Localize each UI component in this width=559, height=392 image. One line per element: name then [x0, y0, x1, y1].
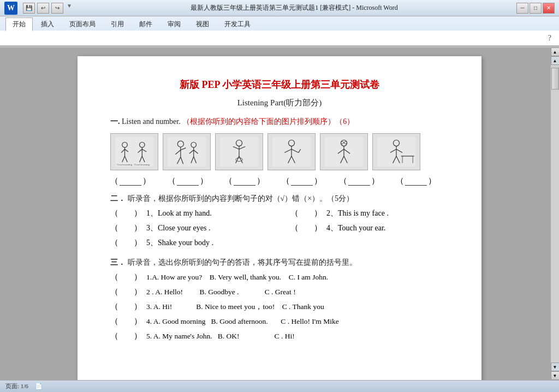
image-5 [320, 133, 368, 170]
page-status: 页面: 1/6 [5, 382, 28, 390]
tab-references[interactable]: 引用 [104, 17, 131, 31]
blank-2: （ ） [168, 176, 221, 186]
scroll-up-btn[interactable]: ▲ [551, 47, 560, 56]
exercise-row-2: （ ） 2、This is my face . [290, 208, 449, 218]
section1-chinese: （根据你听到的内容给下面的图片排列顺序）（6） [182, 117, 354, 126]
blanks-row: （ ） （ ） （ ） （ ） （ ） [110, 176, 449, 186]
image-4 [267, 133, 316, 170]
ribbon: 开始 插入 页面布局 引用 邮件 审阅 视图 开发工具 ? [0, 16, 559, 46]
word-icon: W [4, 2, 17, 15]
scroll-page-up-btn[interactable]: ▲ [551, 56, 560, 65]
image-1: Good morning Good morning [110, 133, 158, 170]
page-title: 新版 PEP 小学英语三年级上册第三单元测试卷 [110, 78, 449, 91]
section1-title: 一. Listen and number. （根据你听到的内容给下面的图片排列顺… [110, 116, 449, 128]
maximize-btn[interactable]: □ [530, 3, 542, 14]
section2-title: 二． 听录音，根据你所听到的内容判断句子的对（√）错（×）。（5分） [110, 194, 449, 204]
tab-mail[interactable]: 邮件 [132, 17, 159, 31]
status-bar: 页面: 1/6 📄 [0, 380, 559, 392]
exercise-row-5: （ ） 5、Shake your body . [110, 237, 269, 248]
title-bar-left: W 💾 ↩ ↪ ▼ [4, 2, 72, 15]
tab-layout[interactable]: 页面布局 [62, 17, 103, 31]
image-6 [372, 133, 420, 170]
title-bar: W 💾 ↩ ↪ ▼ 最新人教版三年级上册英语第三单元测试题1 [兼容模式] - … [0, 0, 559, 16]
svg-text:Good morning: Good morning [117, 163, 133, 166]
choice-row-1: （ ） 1.A. How are you? B. Very well, than… [110, 272, 449, 282]
choice-row-3: （ ） 3. A. Hi! B. Nice to meet you，too! C… [110, 301, 449, 312]
section1-label: 一. [110, 117, 120, 126]
window-controls: ─ □ ✕ [516, 3, 555, 14]
quick-undo-btn[interactable]: ↩ [37, 3, 49, 14]
quick-save-btn[interactable]: 💾 [23, 3, 35, 14]
ribbon-help: ? [546, 33, 554, 44]
scroll-page-down-btn[interactable]: ▼ [551, 363, 560, 371]
minimize-btn[interactable]: ─ [516, 3, 528, 14]
section3: 三． 听录音，选出你所听到的句子的答语，将其序号写在提前的括号里。 （ ） 1.… [110, 258, 449, 341]
exercise-row-4: （ ） 4、Touch your ear. [290, 223, 449, 233]
svg-rect-0 [115, 137, 153, 167]
choice-row-4: （ ） 4. A. Good morning B. Good afternoon… [110, 316, 449, 326]
images-row: Good morning Good morning [110, 133, 449, 170]
title-bar-title: 最新人教版三年级上册英语第三单元测试题1 [兼容模式] - Microsoft … [72, 3, 516, 13]
section2-right: （ ） 2、This is my face . （ ） 4、Touch your… [290, 208, 449, 252]
blank-6: （ ） [396, 176, 449, 186]
document-page: 新版 PEP 小学英语三年级上册第三单元测试卷 Listening Part(听… [78, 56, 481, 380]
choice-row-5: （ ） 5. A. My name's John. B. OK! C . Hi! [110, 331, 449, 341]
close-btn[interactable]: ✕ [543, 3, 555, 14]
ribbon-tabs: 开始 插入 页面布局 引用 邮件 审阅 视图 开发工具 [0, 16, 559, 31]
ribbon-content: ? [0, 31, 559, 46]
scroll-down-btn[interactable]: ▼ [551, 371, 560, 380]
tab-insert[interactable]: 插入 [34, 17, 61, 31]
blank-5: （ ） [339, 176, 392, 186]
blank-1: （ ） [110, 176, 163, 186]
section2-left: （ ） 1、Look at my hand. （ ） 3、Close your … [110, 208, 269, 252]
tab-view[interactable]: 视图 [189, 17, 216, 31]
quick-redo-btn[interactable]: ↪ [51, 3, 63, 14]
exercise-row-3: （ ） 3、Close your eyes . [110, 223, 269, 233]
scroll-thumb[interactable] [551, 68, 559, 90]
section1-instruction: Listen and number. [122, 117, 181, 126]
section2: 二． 听录音，根据你所听到的内容判断句子的对（√）错（×）。（5分） （ ） 1… [110, 194, 449, 252]
choice-row-2: （ ） 2 . A. Hello! B. Goodbye . C . Great… [110, 287, 449, 297]
quick-access-arrow[interactable]: ▼ [67, 3, 72, 14]
image-2 [163, 133, 211, 170]
tab-review[interactable]: 审阅 [160, 17, 188, 31]
tab-home[interactable]: 开始 [5, 17, 33, 31]
svg-text:Good morning: Good morning [134, 163, 150, 166]
section3-title: 三． 听录音，选出你所听到的句子的答语，将其序号写在提前的括号里。 [110, 258, 449, 268]
blank-4: （ ） [282, 176, 335, 186]
svg-rect-15 [168, 137, 206, 167]
scroll-track [551, 65, 559, 363]
image-3 [215, 133, 263, 170]
vertical-scrollbar[interactable]: ▲ ▲ ▼ ▼ [550, 47, 559, 380]
section2-rows: （ ） 1、Look at my hand. （ ） 3、Close your … [110, 208, 449, 252]
shake-your-body-text: 5、Shake your body . [146, 238, 213, 248]
page-indicator-icon: 📄 [35, 383, 43, 390]
document-area: ▲ ▲ ▼ ▼ 新版 PEP 小学英语三年级上册第三单元测试卷 Listenin… [0, 47, 559, 380]
tab-dev[interactable]: 开发工具 [217, 17, 258, 31]
blank-3: （ ） [224, 176, 277, 186]
exercise-row-1: （ ） 1、Look at my hand. [110, 208, 269, 218]
listening-part-label: Listening Part(听力部分) [110, 98, 449, 108]
